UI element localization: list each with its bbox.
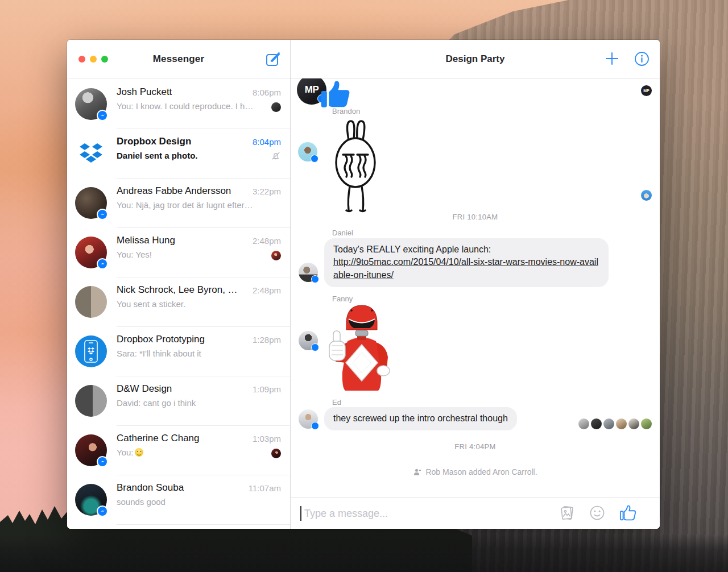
- add-participant-button[interactable]: [604, 51, 620, 67]
- sender-name: Daniel: [332, 229, 353, 237]
- message-text: they screwed up the intro orchestral tho…: [333, 413, 508, 423]
- read-receipt-avatar: [616, 418, 627, 429]
- message-bubble: they screwed up the intro orchestral tho…: [324, 407, 517, 430]
- messenger-badge-icon: [311, 422, 319, 430]
- emoji-button[interactable]: [588, 504, 606, 523]
- message-text: Today's REALLY exciting Apple launch:: [333, 244, 491, 254]
- message-link[interactable]: http://9to5mac.com/2015/04/10/all-six-st…: [333, 256, 599, 281]
- conversation-sidebar: Messenger Josh Puckett 8:06pm You: I kno…: [67, 40, 290, 529]
- read-receipt-avatar: [591, 418, 602, 429]
- conversation-andreas-fabbe-andersson[interactable]: Andreas Fabbe Andersson 3:22pm You: Njä,…: [67, 179, 290, 228]
- conversation-preview: You sent a sticker.: [117, 299, 263, 309]
- conversation-time: 8:06pm: [253, 88, 281, 97]
- conversation-josh-puckett[interactable]: Josh Puckett 8:06pm You: I know. I could…: [67, 80, 290, 129]
- chat-panel: Design Party MP MP: [290, 40, 660, 529]
- chat-header: Design Party: [291, 40, 660, 78]
- conversation-name: Dropbox Prototyping: [117, 334, 245, 345]
- messenger-badge-icon: [311, 155, 318, 163]
- message-bubble: Today's REALLY exciting Apple launch: ht…: [324, 238, 609, 287]
- info-button[interactable]: [634, 51, 650, 67]
- conversation-list: Josh Puckett 8:06pm You: I know. I could…: [67, 78, 290, 529]
- day-separator: FRI 4:04PM: [291, 442, 660, 451]
- messenger-badge-icon: [97, 209, 108, 220]
- conversation-name: Dropbox Design: [117, 136, 245, 147]
- conversation-preview: You: Yes!: [117, 250, 263, 259]
- group-avatar: [75, 286, 107, 318]
- conversation-preview: Sara: *I'll think about it: [117, 349, 263, 358]
- read-receipt-avatar: [271, 251, 281, 260]
- avatar-fanny: [299, 331, 318, 350]
- thumbs-up-icon: [619, 504, 637, 521]
- compose-icon: [265, 51, 281, 67]
- messenger-badge-icon: [97, 505, 108, 517]
- sidebar-header: Messenger: [67, 40, 290, 78]
- message-composer: [291, 497, 660, 529]
- conversation-dropbox-design[interactable]: Dropbox Design 8:04pm Daniel sent a phot…: [67, 129, 290, 179]
- read-receipt-avatar-mp: MP: [641, 85, 652, 96]
- messenger-badge-icon: [311, 275, 319, 283]
- conversation-melissa-hung[interactable]: Melissa Hung 2:48pm You: Yes!: [67, 228, 290, 277]
- system-message: Rob Mason added Aron Carroll.: [291, 467, 660, 476]
- conversation-name: Andreas Fabbe Andersson: [117, 185, 245, 197]
- read-receipt-avatar: [578, 418, 589, 429]
- smiley-emoji: [135, 448, 143, 457]
- avatar-brandon: [298, 142, 317, 161]
- conversation-time: 1:09pm: [253, 384, 281, 394]
- conversation-time: 1:28pm: [253, 335, 281, 345]
- conversation-brandon-souba[interactable]: Brandon Souba 11:07am sounds good: [67, 475, 290, 525]
- conversation-catherine-c-chang[interactable]: Catherine C Chang 1:03pm You:: [67, 426, 290, 475]
- conversation-name: Josh Puckett: [117, 86, 245, 98]
- muted-icon: [271, 151, 281, 163]
- conversation-preview: Daniel sent a photo.: [117, 151, 263, 160]
- conversation-time: 11:07am: [249, 483, 281, 493]
- attach-photo-button[interactable]: [558, 504, 576, 523]
- conversation-dw-design[interactable]: D&W Design 1:09pm David: cant go i think: [67, 376, 290, 426]
- read-receipt-group: [578, 418, 652, 429]
- conversation-name: Catherine C Chang: [117, 433, 245, 444]
- read-receipt-avatar: [641, 418, 652, 429]
- smiley-icon: [589, 504, 606, 521]
- conversation-nick-schrock-lee-byron[interactable]: Nick Schrock, Lee Byron, … 2:48pm You se…: [67, 277, 290, 327]
- conversation-preview: You:: [117, 447, 263, 457]
- send-like-button[interactable]: [619, 504, 637, 523]
- system-message-text: Rob Mason added Aron Carroll.: [425, 467, 537, 476]
- photos-icon: [558, 504, 576, 523]
- read-receipt-avatar: [271, 102, 281, 112]
- sender-name: Brandon: [332, 107, 360, 115]
- conversation-name: Brandon Souba: [117, 482, 245, 494]
- sender-name: Ed: [332, 398, 341, 407]
- messenger-badge-icon: [97, 456, 108, 467]
- messenger-badge-icon: [97, 258, 108, 270]
- text-cursor: [300, 506, 301, 521]
- read-receipt-avatar: [603, 418, 614, 429]
- conversation-preview: You: I know. I could reproduce. I h…: [117, 101, 263, 111]
- new-message-button[interactable]: [265, 51, 281, 67]
- conversation-name: Nick Schrock, Lee Byron, …: [117, 284, 245, 296]
- conversation-preview: sounds good: [117, 497, 263, 507]
- sender-name: Fanny: [332, 295, 353, 303]
- conversation-name: D&W Design: [117, 383, 245, 395]
- messenger-window: Messenger Josh Puckett 8:06pm You: I kno…: [67, 40, 660, 529]
- conversation-time: 1:03pm: [253, 434, 281, 443]
- read-receipt-avatar: [628, 418, 639, 429]
- day-separator: FRI 10:10AM: [291, 213, 660, 221]
- avatar-ed: [299, 409, 318, 429]
- conversation-time: 2:48pm: [253, 285, 281, 295]
- dropbox-prototyping-avatar: [75, 335, 107, 367]
- conversation-preview: David: cant go i think: [117, 398, 263, 408]
- like-sticker: [319, 78, 352, 109]
- person-added-icon: [413, 468, 421, 476]
- dropbox-logo-avatar: [75, 138, 107, 169]
- wallpaper-ground: [0, 534, 728, 572]
- conversation-time: 3:22pm: [253, 186, 281, 196]
- message-history[interactable]: MP MP Brandon: [291, 78, 660, 497]
- message-input[interactable]: [304, 503, 543, 524]
- power-ranger-sticker: [322, 302, 402, 391]
- conversation-preview: You: Njä, jag tror det är lugnt efter…: [117, 200, 263, 210]
- app-title: Messenger: [67, 53, 290, 65]
- conversation-time: 2:48pm: [253, 236, 281, 246]
- crying-rabbit-sticker: [327, 119, 384, 213]
- read-receipt-avatar: [641, 190, 652, 201]
- read-receipt-avatar: [271, 449, 281, 458]
- conversation-dropbox-prototyping[interactable]: Dropbox Prototyping 1:28pm Sara: *I'll t…: [67, 327, 290, 376]
